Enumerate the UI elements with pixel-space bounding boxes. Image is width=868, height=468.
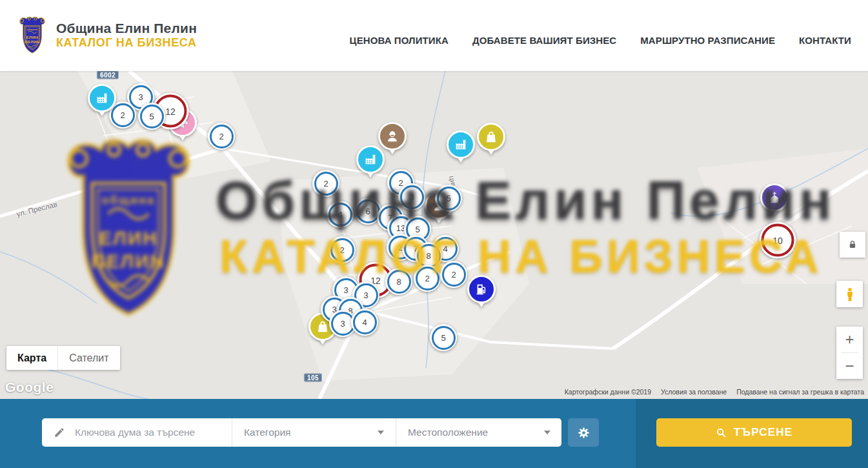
search-button-label: ТЪРСЕНЕ xyxy=(734,426,793,439)
map[interactable]: ул. Преславбул. „Новоселции6002105 12325… xyxy=(0,71,868,399)
factory-icon xyxy=(88,84,116,112)
cluster-count: 2 xyxy=(323,179,328,188)
factory-pin-marker[interactable] xyxy=(88,84,116,112)
cluster-count: 3 xyxy=(343,285,348,295)
map-type-satellite-button[interactable]: Сателит xyxy=(58,346,119,370)
cluster-ring: 2 xyxy=(416,267,439,290)
search-button[interactable]: ТЪРСЕНЕ xyxy=(656,418,852,447)
map-type-toggle: Карта Сателит xyxy=(6,346,120,370)
municipality-crest-icon: община ЕЛИН ПЕЛИН xyxy=(17,16,48,55)
pegman-button[interactable] xyxy=(836,281,863,307)
brand-title: Община Елин Пелин xyxy=(56,21,197,36)
cluster-marker[interactable]: 2 xyxy=(208,123,235,150)
cluster-count: 10 xyxy=(772,235,783,245)
fuel-icon xyxy=(467,275,496,303)
cluster-ring: 5 xyxy=(140,105,164,128)
attribution-link[interactable]: Условия за ползване xyxy=(661,388,727,396)
church-pin-marker[interactable] xyxy=(760,183,789,212)
cluster-marker[interactable]: 5 xyxy=(435,185,462,212)
cluster-count: 4 xyxy=(362,318,367,327)
site-header: община ЕЛИН ПЕЛИН Община Елин Пелин КАТА… xyxy=(0,0,868,71)
search-icon xyxy=(716,427,727,438)
cluster-count: 3 xyxy=(138,92,143,102)
pencil-icon xyxy=(54,427,65,438)
nav-item-contacts[interactable]: КОНТАКТИ xyxy=(799,35,851,46)
cluster-ring: 6 xyxy=(356,199,380,223)
map-type-map-button[interactable]: Карта xyxy=(6,346,58,370)
cluster-count: 8 xyxy=(396,277,401,287)
main-nav: ЦЕНОВА ПОЛИТИКАДОБАВЕТЕ ВАШИЯТ БИЗНЕСМАР… xyxy=(350,26,851,46)
cluster-ring: 2 xyxy=(314,172,338,196)
cluster-count: 5 xyxy=(446,194,450,203)
cluster-ring: 8 xyxy=(387,270,411,294)
bag-icon xyxy=(477,123,505,151)
cluster-marker[interactable]: 2 xyxy=(328,236,356,263)
cluster-marker[interactable]: 10 xyxy=(760,222,796,259)
factory-pin-marker[interactable] xyxy=(447,130,475,159)
cluster-marker[interactable]: 3 xyxy=(398,183,425,210)
lock-icon xyxy=(847,239,858,250)
cluster-marker[interactable]: 4 xyxy=(327,201,354,228)
search-bar: Категория Местоположение ТЪРСЕНЕ xyxy=(0,399,868,468)
cluster-count: 3 xyxy=(363,290,368,300)
cluster-count: 5 xyxy=(415,225,419,234)
zoom-control: + − xyxy=(836,327,863,379)
cluster-ring: 2 xyxy=(330,238,354,262)
cluster-ring: 2 xyxy=(210,125,234,148)
cluster-count: 6 xyxy=(365,207,370,216)
church-icon xyxy=(760,183,789,212)
cluster-count: 2 xyxy=(425,274,429,283)
cluster-marker[interactable]: 5 xyxy=(138,103,165,130)
cluster-count: 4 xyxy=(443,244,447,254)
bag-pin-marker[interactable] xyxy=(477,123,505,151)
search-filter-group: Категория Местоположение xyxy=(42,418,561,447)
attribution-link[interactable]: Подаване на сигнал за грешка в картата xyxy=(736,388,864,396)
cluster-count: 2 xyxy=(451,270,456,280)
keyword-field[interactable] xyxy=(42,418,232,447)
cluster-ring: 4 xyxy=(328,203,352,227)
cluster-count: 5 xyxy=(441,333,445,343)
zoom-in-button[interactable]: + xyxy=(836,327,863,352)
crest-town-word: община xyxy=(26,28,38,31)
factory-icon xyxy=(447,130,475,159)
cluster-ring: 5 xyxy=(432,326,456,350)
cluster-count: 4 xyxy=(338,210,342,219)
brand-subtitle: КАТАЛОГ НА БИЗНЕСА xyxy=(56,36,197,50)
gear-icon xyxy=(577,426,590,440)
brand-logo[interactable]: община ЕЛИН ПЕЛИН Община Елин Пелин КАТА… xyxy=(17,16,197,55)
cluster-count: 2 xyxy=(219,132,223,141)
cluster-marker[interactable]: 5 xyxy=(430,324,457,351)
lock-button[interactable] xyxy=(840,232,865,258)
cluster-ring: 5 xyxy=(437,187,461,210)
nav-item-add-business[interactable]: ДОБАВЕТЕ ВАШИЯТ БИЗНЕС xyxy=(472,35,616,46)
cluster-count: 3 xyxy=(340,319,345,329)
location-dropdown[interactable]: Местоположение xyxy=(396,418,562,447)
advanced-settings-button[interactable] xyxy=(568,418,599,447)
cluster-ring: 4 xyxy=(353,310,377,334)
cluster-marker[interactable]: 8 xyxy=(385,268,412,295)
cluster-ring: 3 xyxy=(400,185,424,209)
worker-pin-marker[interactable] xyxy=(378,122,407,150)
cluster-ring: 2 xyxy=(442,263,466,287)
cluster-marker[interactable]: 4 xyxy=(351,309,378,336)
cluster-count: 5 xyxy=(149,112,154,121)
chevron-down-icon xyxy=(544,431,550,434)
category-dropdown[interactable]: Категория xyxy=(232,418,396,447)
cluster-marker[interactable]: 2 xyxy=(440,261,467,288)
zoom-out-button[interactable]: − xyxy=(836,353,863,379)
cluster-marker[interactable]: 2 xyxy=(312,170,339,197)
nav-item-pricing[interactable]: ЦЕНОВА ПОЛИТИКА xyxy=(350,35,449,46)
crest-name-line1: ЕЛИН xyxy=(26,35,39,39)
keyword-search-input[interactable] xyxy=(74,426,220,439)
location-dropdown-label: Местоположение xyxy=(408,427,488,438)
cluster-count: 2 xyxy=(339,245,344,255)
google-logo: Google xyxy=(5,380,54,395)
category-dropdown-label: Категория xyxy=(244,427,290,438)
fuel-pin-marker[interactable] xyxy=(467,275,496,303)
cluster-count: 8 xyxy=(426,251,430,261)
nav-item-route-schedule[interactable]: МАРШРУТНО РАЗПИСАНИЕ xyxy=(640,35,775,46)
cluster-marker[interactable]: 2 xyxy=(414,265,441,292)
marker-layer: 12325222356471352274812822333834510 xyxy=(0,71,868,399)
cluster-count: 2 xyxy=(120,110,125,120)
pegman-icon xyxy=(842,287,858,302)
